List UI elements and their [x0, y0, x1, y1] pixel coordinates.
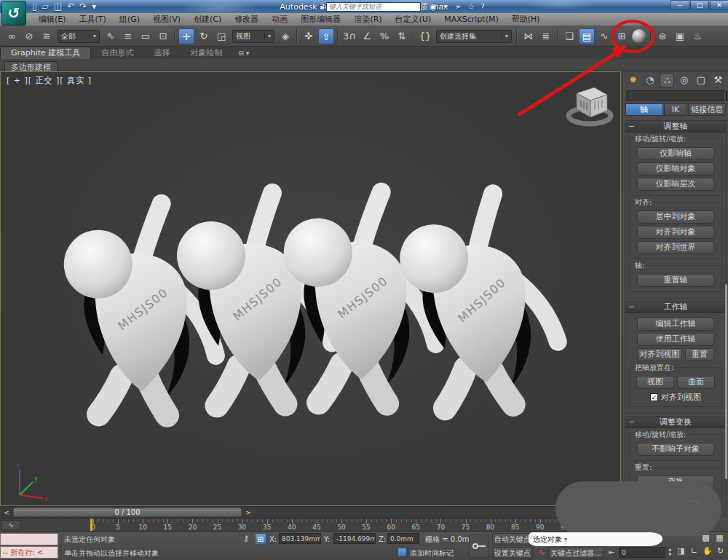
curve-editor-icon[interactable]: ∿ — [596, 28, 612, 44]
frame-spinner[interactable]: ▲▼ — [667, 547, 673, 558]
help-icon[interactable]: ? — [480, 2, 485, 12]
save-file-icon[interactable]: ◫ — [52, 1, 63, 12]
unlink-selection-icon[interactable]: ⊘ — [21, 28, 37, 44]
favorites-star-icon[interactable]: ☆ — [467, 2, 475, 12]
center-to-object-button[interactable]: 居中到对象 — [637, 210, 714, 224]
search-go-icon[interactable]: ▸ — [320, 3, 324, 11]
tab-link-info[interactable]: 链接信息 — [688, 103, 726, 116]
use-pivot-point-center-icon[interactable]: ◈ — [277, 28, 293, 44]
menu-item[interactable]: 渲染(R) — [347, 13, 388, 25]
select-by-name-icon[interactable]: ≡ — [120, 28, 136, 44]
schematic-view-icon[interactable]: ⊞ — [614, 28, 630, 44]
align-to-object-button[interactable]: 对齐到对象 — [637, 226, 714, 239]
utilities-tab-icon[interactable]: ⚒ — [711, 73, 725, 87]
align-icon[interactable]: ≣ — [538, 28, 554, 44]
affect-object-only-button[interactable]: 仅影响对象 — [637, 162, 714, 176]
panel-scrollbar[interactable] — [725, 284, 727, 479]
viewport[interactable]: [ + ][ 正交 ][ 真实 ] MHSJ — [0, 71, 621, 506]
display-tab-icon[interactable]: ▢ — [694, 73, 708, 87]
menu-item[interactable]: 图形编辑器 — [294, 13, 347, 25]
mirror-icon[interactable]: ⋈ — [521, 28, 537, 44]
selection-filter-dropdown[interactable]: 全部▾ — [58, 30, 100, 43]
menu-item[interactable]: 修改器 — [228, 13, 265, 25]
select-and-scale-icon[interactable]: ◲ — [213, 28, 229, 44]
rendered-frame-window-icon[interactable]: ▣ — [672, 28, 688, 44]
open-file-icon[interactable]: ▱ — [41, 1, 50, 12]
menu-item[interactable]: MAXScript(M) — [438, 13, 505, 25]
menu-item[interactable]: 创建(C) — [187, 13, 228, 25]
menu-item[interactable]: 组(G) — [113, 13, 146, 25]
key-mode-toggle-icon[interactable]: ◨ — [676, 546, 687, 557]
align-to-view-checkbox[interactable]: ✓ 对齐到视图 — [632, 392, 719, 403]
bind-to-space-warp-icon[interactable]: ≋ — [39, 28, 55, 44]
place-pivot-view-button[interactable]: 视图 — [636, 376, 674, 389]
edit-named-selection-sets-icon[interactable]: {} — [417, 28, 433, 44]
motion-tab-icon[interactable]: ◎ — [677, 73, 692, 87]
search-input[interactable] — [326, 2, 421, 12]
menu-item[interactable]: 视图(V) — [146, 13, 187, 25]
open-mini-curve-editor-icon[interactable]: ∿ — [1, 520, 20, 530]
maxscript-mini-listener-input[interactable] — [0, 533, 58, 545]
create-tab-icon[interactable]: ✸ — [626, 73, 641, 87]
reset-working-pivot-button[interactable]: 重置 — [685, 348, 714, 361]
edit-working-pivot-button[interactable]: 编辑工作轴 — [637, 318, 714, 331]
timeline-ruler[interactable]: 0510152025303540455055606570758085909510… — [28, 518, 615, 532]
set-key-button[interactable]: 设置关键点 — [492, 547, 533, 559]
window-crossing-icon[interactable]: ⊡ — [155, 28, 171, 44]
rollout-header-working-pivot[interactable]: − 工作轴 — [625, 301, 726, 313]
hierarchy-tab-icon[interactable]: ∴ — [660, 73, 674, 87]
snaps-toggle-icon[interactable]: 3∩ — [341, 28, 357, 44]
selected-filter-dropdown[interactable]: 选定对象 ▾ — [529, 532, 662, 546]
close-button[interactable]: ✕ — [710, 0, 728, 10]
menu-item[interactable]: 工具(T) — [73, 13, 113, 25]
keyboard-shortcut-override-icon[interactable]: ⇧ — [318, 28, 334, 44]
material-editor-icon[interactable] — [632, 29, 646, 44]
affect-hierarchy-only-button[interactable]: 仅影响层次 — [637, 178, 714, 191]
current-frame-field[interactable]: 0 — [619, 547, 665, 558]
select-and-manipulate-icon[interactable]: ✜ — [301, 28, 317, 44]
rollout-header-adjust-pivot[interactable]: − 调整轴 — [625, 121, 726, 133]
angle-snap-icon[interactable]: ∠ — [359, 28, 375, 44]
new-key-curve-icon[interactable]: ∿ — [536, 547, 547, 559]
spinner-snap-icon[interactable]: ⇅ — [394, 28, 410, 44]
go-to-start-icon[interactable]: ⇤ — [606, 547, 617, 559]
pan-view-icon[interactable]: ✋ — [702, 546, 713, 557]
selection-lock-toggle-icon[interactable]: ⚷ — [240, 533, 252, 545]
viewcube[interactable] — [565, 84, 616, 129]
set-keys-key-icon[interactable] — [469, 535, 489, 558]
redo-icon[interactable]: ↷ — [78, 1, 88, 12]
dont-affect-children-button[interactable]: 不影响子对象 — [637, 443, 714, 456]
undo-icon[interactable]: ↶ — [66, 1, 76, 12]
orbit-view-icon[interactable]: ↻ — [715, 546, 726, 557]
display-toggles-icon[interactable]: ▦ — [714, 533, 725, 544]
x-coordinate-field[interactable]: 803.139mm — [279, 533, 321, 544]
next-frame-arrow[interactable]: > — [243, 508, 253, 517]
select-and-rotate-icon[interactable]: ↻ — [196, 28, 212, 44]
connect-icon[interactable]: ➣ — [455, 2, 462, 12]
align-to-view-button[interactable]: 对齐到视图 — [637, 348, 682, 361]
key-filters-button[interactable]: 关键点过滤器... — [548, 547, 604, 559]
minimize-button[interactable]: — — [670, 0, 689, 10]
object-color-swatch[interactable] — [726, 91, 727, 101]
align-to-world-button[interactable]: 对齐到世界 — [637, 241, 714, 254]
named-selection-sets-dropdown[interactable]: 创建选择集▾ — [436, 30, 512, 43]
select-and-move-icon[interactable]: ✛ — [178, 28, 194, 44]
render-production-icon[interactable]: ♨ — [689, 28, 705, 44]
absolute-mode-transform-icon[interactable]: ⊞ — [255, 533, 266, 545]
select-and-link-icon[interactable]: ∞ — [4, 28, 20, 44]
app-logo-icon[interactable]: ↺ — [1, 1, 26, 25]
ribbon-tab-3[interactable]: 对象绘制 — [180, 47, 232, 59]
object-name-field[interactable] — [626, 90, 724, 101]
affect-pivot-only-button[interactable]: 仅影响轴 — [637, 147, 714, 160]
z-coordinate-field[interactable]: 0.0mm — [387, 533, 419, 544]
reference-coordinate-system-dropdown[interactable]: 视图▾ — [232, 30, 274, 43]
selection-lock-icon[interactable]: ∟ — [689, 546, 700, 557]
add-time-tag[interactable]: 添加时间标记 — [410, 548, 454, 559]
reset-pivot-button[interactable]: 重置轴 — [637, 274, 714, 287]
ribbon-tab-0[interactable]: Graphite 建模工具 — [0, 47, 91, 59]
render-setup-icon[interactable]: ⊛ — [654, 28, 670, 44]
communication-center-icon[interactable]: ◉ — [430, 2, 437, 12]
manage-layers-icon[interactable]: ❏ — [561, 28, 577, 44]
time-slider-handle[interactable]: 0 / 100 — [13, 508, 242, 517]
place-pivot-surface-button[interactable]: 曲面 — [677, 376, 715, 389]
